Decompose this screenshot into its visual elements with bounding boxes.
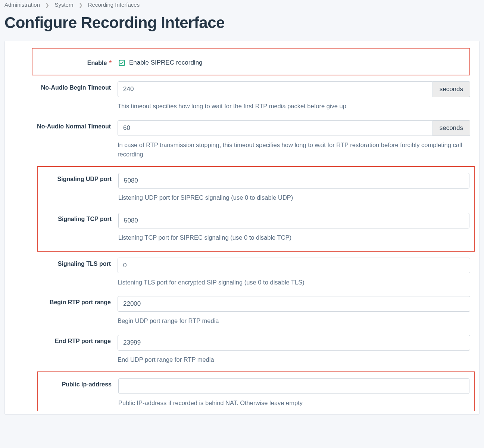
field-end-rtp: End RTP port range End UDP port range fo… — [9, 333, 475, 371]
udp-port-label: Signaling UDP port — [38, 173, 118, 183]
field-enable: Enable * Enable SIPREC recording — [32, 48, 470, 75]
checkbox-checked-icon[interactable] — [118, 59, 125, 66]
tls-port-help: Listening TLS port for encrypted SIP sig… — [118, 278, 470, 287]
udp-port-help: Listening UDP port for SIPREC signaling … — [118, 193, 469, 203]
enable-label: Enable — [87, 60, 107, 66]
no-audio-normal-label: No-Audio Normal Timeout — [9, 120, 118, 130]
breadcrumb: Administration ❯ System ❯ Recording Inte… — [4, 0, 480, 11]
field-udp-port: Signaling UDP port Listening UDP port fo… — [38, 171, 474, 211]
field-no-audio-begin: No-Audio Begin Timeout seconds This time… — [9, 79, 475, 118]
no-audio-normal-help: In case of RTP transmission stopping, th… — [118, 140, 470, 159]
tls-port-input[interactable] — [118, 258, 470, 273]
tcp-port-help: Listening TCP port for SIPREC signaling … — [118, 233, 469, 243]
unit-seconds: seconds — [433, 120, 470, 136]
tcp-port-input[interactable] — [118, 213, 469, 228]
public-ip-label: Public Ip-address — [38, 378, 118, 388]
public-ip-highlight: Public Ip-address Public IP-address if r… — [37, 371, 475, 411]
tcp-port-label: Signaling TCP port — [38, 213, 118, 223]
begin-rtp-label: Begin RTP port range — [9, 296, 118, 306]
no-audio-begin-help: This timeout specifies how long to wait … — [118, 102, 470, 111]
breadcrumb-system[interactable]: System — [54, 1, 73, 8]
no-audio-begin-label: No-Audio Begin Timeout — [9, 81, 118, 91]
no-audio-normal-input[interactable] — [118, 120, 433, 136]
page-title: Configure Recording Interface — [4, 14, 480, 32]
public-ip-help: Public IP-address if recorded is behind … — [118, 398, 469, 408]
no-audio-begin-input[interactable] — [118, 81, 433, 97]
field-public-ip: Public Ip-address Public IP-address if r… — [38, 376, 474, 411]
end-rtp-help: End UDP port range for RTP media — [118, 355, 470, 365]
chevron-right-icon: ❯ — [79, 2, 83, 8]
field-begin-rtp: Begin RTP port range Begin UDP port rang… — [9, 294, 475, 333]
end-rtp-input[interactable] — [118, 335, 470, 351]
breadcrumb-recording-interfaces[interactable]: Recording Interfaces — [88, 1, 140, 8]
field-no-audio-normal: No-Audio Normal Timeout seconds In case … — [9, 118, 475, 166]
public-ip-input[interactable] — [118, 378, 469, 394]
unit-seconds: seconds — [433, 81, 470, 97]
tls-port-label: Signaling TLS port — [9, 258, 118, 267]
field-tls-port: Signaling TLS port Listening TLS port fo… — [9, 255, 475, 294]
begin-rtp-input[interactable] — [118, 296, 470, 312]
field-tcp-port: Signaling TCP port Listening TCP port fo… — [38, 211, 474, 251]
signaling-ports-highlight: Signaling UDP port Listening UDP port fo… — [37, 166, 475, 252]
chevron-right-icon: ❯ — [45, 2, 49, 8]
enable-checkbox-label: Enable SIPREC recording — [129, 59, 203, 66]
breadcrumb-administration[interactable]: Administration — [4, 1, 40, 8]
end-rtp-label: End RTP port range — [9, 335, 118, 345]
required-asterisk: * — [109, 60, 112, 66]
udp-port-input[interactable] — [118, 173, 469, 189]
begin-rtp-help: Begin UDP port range for RTP media — [118, 316, 470, 326]
config-panel: Enable * Enable SIPREC recording No-Audi… — [4, 41, 480, 415]
